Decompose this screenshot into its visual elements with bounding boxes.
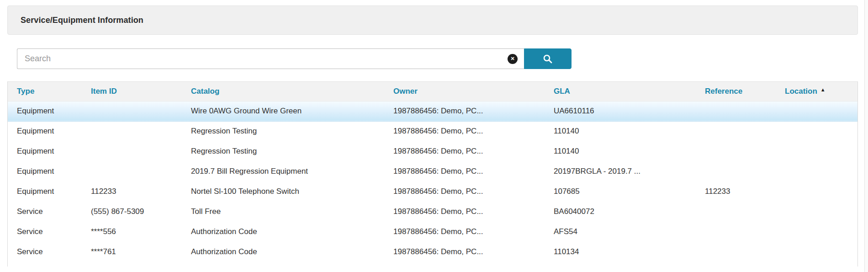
clear-search-icon[interactable]: ✕ xyxy=(508,54,518,64)
cell-location[interactable] xyxy=(776,202,857,222)
cell-type[interactable]: Service xyxy=(8,242,82,262)
table-row[interactable]: Equipment Regression Testing 1987886456:… xyxy=(8,121,857,141)
cell-catalog[interactable]: Authorization Code xyxy=(182,242,384,262)
cell-item-id[interactable]: ****761 xyxy=(82,242,182,262)
cell-gla[interactable]: 110134 xyxy=(545,242,696,262)
cell-gla[interactable]: UA6610116 xyxy=(545,101,696,121)
cell-owner[interactable]: 1987886456: Demo, PC... xyxy=(384,101,545,121)
equipment-table: Type Item ID Catalog Owner GLA Reference… xyxy=(7,81,858,267)
cell-item-id[interactable] xyxy=(82,141,182,161)
search-icon xyxy=(542,53,553,64)
cell-item-id[interactable] xyxy=(82,161,182,181)
cell-type[interactable]: Service xyxy=(8,222,82,242)
cell-catalog[interactable]: Regression Testing xyxy=(182,141,384,161)
cell-reference[interactable] xyxy=(696,242,776,262)
cell-owner[interactable]: 1987886456: Demo, PC... xyxy=(384,141,545,161)
cell-owner[interactable]: 1987886456: Demo, PC... xyxy=(384,202,545,222)
cell-location[interactable] xyxy=(776,101,857,121)
cell-reference[interactable] xyxy=(696,222,776,242)
vertical-scrollbar[interactable] xyxy=(864,0,868,272)
page: Service/Equipment Information ✕ xyxy=(0,0,868,272)
search-input[interactable] xyxy=(17,48,524,69)
column-header-gla[interactable]: GLA xyxy=(545,82,696,101)
column-header-type[interactable]: Type xyxy=(8,82,82,101)
cell-catalog[interactable]: Wire 0AWG Ground Wire Green xyxy=(182,101,384,121)
search-button[interactable] xyxy=(524,48,572,69)
table-row[interactable]: Service ****556 Authorization Code 19878… xyxy=(8,222,857,242)
cell-gla[interactable]: 20197BRGLA - 2019.7 ... xyxy=(545,161,696,181)
table-row[interactable]: Service (555) 867-5309 Toll Free 1987886… xyxy=(8,202,857,222)
cell-item-id[interactable]: (555) 867-5309 xyxy=(82,202,182,222)
column-header-owner[interactable]: Owner xyxy=(384,82,545,101)
cell-catalog[interactable]: Toll Free xyxy=(182,202,384,222)
table-row[interactable]: Equipment 2019.7 Bill Regression Equipme… xyxy=(8,161,857,181)
cell-location[interactable] xyxy=(776,222,857,242)
cell-catalog[interactable]: 2019.7 Bill Regression Equipment xyxy=(182,161,384,181)
cell-item-id[interactable]: 112233 xyxy=(82,181,182,202)
cell-owner[interactable]: 1987886456: Demo, PC... xyxy=(384,161,545,181)
cell-type[interactable]: Equipment xyxy=(8,161,82,181)
column-header-location-label: Location xyxy=(785,87,817,96)
cell-owner[interactable]: 1987886456: Demo, PC... xyxy=(384,222,545,242)
cell-gla[interactable]: AFS54 xyxy=(545,222,696,242)
cell-reference[interactable] xyxy=(696,202,776,222)
cell-type[interactable]: Equipment xyxy=(8,141,82,161)
sort-ascending-icon: ▲ xyxy=(820,87,826,92)
cell-location[interactable] xyxy=(776,181,857,202)
cell-reference[interactable] xyxy=(696,121,776,141)
cell-location[interactable] xyxy=(776,141,857,161)
search-input-wrap: ✕ xyxy=(17,48,524,69)
column-header-location[interactable]: Location▲ xyxy=(776,82,857,101)
column-header-catalog[interactable]: Catalog xyxy=(182,82,384,101)
cell-item-id[interactable]: ****556 xyxy=(82,222,182,242)
table-header-row: Type Item ID Catalog Owner GLA Reference… xyxy=(8,82,857,101)
cell-catalog[interactable]: Nortel Sl-100 Telephone Switch xyxy=(182,181,384,202)
panel-header: Service/Equipment Information xyxy=(7,5,858,35)
cell-reference[interactable]: 112233 xyxy=(696,181,776,202)
cell-owner[interactable]: 1987886456: Demo, PC... xyxy=(384,121,545,141)
cell-type[interactable]: Equipment xyxy=(8,181,82,202)
cell-gla[interactable]: 110140 xyxy=(545,141,696,161)
cell-gla[interactable]: 107685 xyxy=(545,181,696,202)
column-header-reference[interactable]: Reference xyxy=(696,82,776,101)
cell-location[interactable] xyxy=(776,242,857,262)
cell-type[interactable]: Equipment xyxy=(8,121,82,141)
search-bar: ✕ xyxy=(17,48,572,69)
cell-catalog[interactable]: Authorization Code xyxy=(182,222,384,242)
cell-item-id[interactable] xyxy=(82,121,182,141)
cell-gla[interactable]: 110140 xyxy=(545,121,696,141)
cell-type[interactable]: Equipment xyxy=(8,101,82,121)
page-title: Service/Equipment Information xyxy=(21,16,143,25)
cell-type[interactable]: Service xyxy=(8,202,82,222)
cell-gla[interactable]: BA6040072 xyxy=(545,202,696,222)
cell-catalog[interactable]: Regression Testing xyxy=(182,121,384,141)
cell-reference[interactable] xyxy=(696,101,776,121)
table-row[interactable]: Equipment Regression Testing 1987886456:… xyxy=(8,141,857,161)
table-row[interactable]: Equipment Wire 0AWG Ground Wire Green 19… xyxy=(8,101,857,121)
cell-reference[interactable] xyxy=(696,141,776,161)
cell-location[interactable] xyxy=(776,161,857,181)
cell-owner[interactable]: 1987886456: Demo, PC... xyxy=(384,181,545,202)
table-row[interactable]: Equipment 112233 Nortel Sl-100 Telephone… xyxy=(8,181,857,202)
cell-location[interactable] xyxy=(776,121,857,141)
table-row[interactable]: Service ****761 Authorization Code 19878… xyxy=(8,242,857,262)
cell-reference[interactable] xyxy=(696,161,776,181)
cell-item-id[interactable] xyxy=(82,101,182,121)
column-header-item-id[interactable]: Item ID xyxy=(82,82,182,101)
cell-owner[interactable]: 1987886456: Demo, PC... xyxy=(384,242,545,262)
